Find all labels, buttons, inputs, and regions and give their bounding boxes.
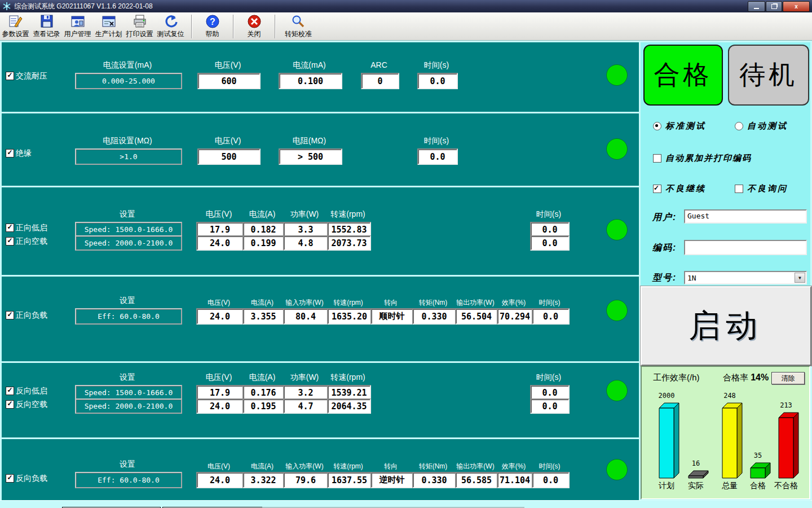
bar-category-3: 总量 (715, 481, 744, 491)
close-red-icon (247, 14, 262, 29)
fwd-r2-current: 0.199 (242, 235, 284, 251)
test-row-reverse-noload: 反向低启 反向空载 设置 Speed: 1500.0-1666.0 Speed:… (2, 363, 639, 437)
toolbar-settings-button[interactable]: 参数设置 (0, 14, 31, 39)
ins-voltage-header: 电压(V) (197, 136, 258, 146)
fwd-set-header: 设置 (75, 209, 180, 220)
fwd-h-time: 时间(s) (530, 209, 567, 220)
close-button[interactable]: x (783, 1, 810, 12)
autoprint-label: 自动累加并打印编码 (665, 153, 752, 164)
rev-load-status-lamp (606, 459, 628, 480)
autoprint-checkbox[interactable] (653, 154, 661, 163)
toolbar-records-button[interactable]: 查看记录 (31, 14, 62, 39)
bad-continue-option[interactable]: 不良继续 (653, 183, 706, 194)
rev-r1-voltage: 17.9 (196, 385, 244, 400)
fl-speed: 1635.20 (327, 308, 372, 325)
rev-h-voltage: 电压(V) (196, 373, 241, 383)
toolbar: 参数设置 查看记录 用户管理 (0, 12, 812, 41)
rl-outpower: 56.585 (455, 472, 498, 488)
rev-load-checkbox[interactable] (6, 474, 14, 483)
test-row-insulation: 绝缘 电阻设置(MΩ) >1.0 电压(V) 500 电阻(MΩ) > 500 … (2, 113, 639, 186)
fwd-noload-status-lamp (606, 219, 628, 240)
rev-noload-label: 反向空载 (16, 400, 47, 410)
ins-checkbox[interactable] (6, 149, 14, 157)
bad-ask-checkbox[interactable] (735, 185, 743, 193)
rev-r2-speed: 2064.35 (327, 398, 371, 414)
rev-set-value-1: Speed: 1500.0-1666.0 (75, 385, 182, 400)
rev-lowstart-checkbox[interactable] (6, 387, 14, 395)
fl-eff: 70.294 (497, 308, 533, 325)
fl-h-direction: 转向 (370, 298, 411, 308)
standard-test-label: 标准测试 (665, 121, 706, 132)
fl-h-eff: 效率(%) (497, 298, 531, 308)
start-button[interactable]: 启动 (641, 286, 811, 366)
rl-inpower: 79.6 (283, 472, 328, 488)
acw-set-header: 电流设置(mA) (75, 60, 180, 71)
fwd-time-1: 0.0 (530, 222, 570, 237)
standard-test-option[interactable]: 标准测试 (653, 121, 706, 132)
bar-chart: 20001624835213 (642, 367, 809, 479)
production-plan-icon (102, 14, 116, 29)
chevron-down-icon[interactable]: ▼ (795, 273, 805, 283)
window-title: 综合测试系统 G202111067 V1.1.6 2022-01-08 (14, 2, 153, 11)
printer-icon (133, 14, 147, 29)
rev-set-header: 设置 (75, 373, 180, 383)
toolbar-torque-calibration-button[interactable]: 转矩校准 (280, 14, 316, 39)
rl-h-speed: 转速(rpm) (327, 462, 369, 471)
autoprint-option[interactable]: 自动累加并打印编码 (653, 153, 752, 164)
fwd-load-status-lamp (606, 300, 628, 321)
rl-h-inpower: 输入功率(W) (283, 462, 326, 471)
model-value: 1N (687, 274, 696, 282)
rl-eff: 71.104 (497, 472, 533, 488)
toolbar-close-app-button[interactable]: 关闭 (239, 14, 270, 39)
ins-time-value: 0.0 (417, 148, 458, 165)
rl-voltage: 24.0 (196, 472, 244, 488)
rev-r2-voltage: 24.0 (196, 398, 244, 414)
fwd-h-current: 电流(A) (242, 209, 282, 220)
rev-r1-power: 3.2 (283, 385, 328, 400)
fl-voltage: 24.0 (196, 308, 244, 325)
reset-undo-icon (164, 14, 178, 29)
application-window: 综合测试系统 G202111067 V1.1.6 2022-01-08 x 参数… (0, 0, 812, 508)
auto-test-radio[interactable] (735, 122, 743, 130)
toolbar-plan-button[interactable]: 生产计划 (93, 14, 124, 39)
bad-continue-checkbox[interactable] (653, 185, 661, 193)
toolbar-help-button[interactable]: ? 帮助 (197, 14, 228, 39)
auto-test-option[interactable]: 自动测试 (735, 121, 788, 132)
fl-torque: 0.330 (412, 308, 456, 325)
fl-h-speed: 转速(rpm) (327, 298, 369, 308)
rl-h-direction: 转向 (370, 462, 411, 471)
test-row-forward-load: 正向负载 设置 Eff: 60.0-80.0 电压(V) 电流(A) 输入功率(… (2, 277, 639, 361)
code-input[interactable] (684, 240, 807, 255)
fwd-noload-checkbox[interactable] (6, 237, 14, 246)
user-input[interactable]: Guest (684, 209, 807, 224)
model-dropdown[interactable]: 1N ▼ (684, 271, 807, 284)
chart-bar-4 (750, 462, 771, 479)
bottom-strip (0, 500, 812, 508)
acw-set-value: 0.000-25.000 (75, 73, 182, 89)
rl-h-torque: 转矩(Nm) (412, 462, 454, 471)
chart-bar-2 (688, 470, 709, 479)
toolbar-print-button[interactable]: 打印设置 (124, 14, 155, 39)
rev-r2-power: 4.7 (283, 398, 328, 414)
toolbar-separator (191, 15, 192, 38)
bad-continue-label: 不良继续 (665, 183, 706, 194)
rl-speed: 1637.55 (327, 472, 372, 488)
bad-ask-option[interactable]: 不良询问 (735, 183, 788, 194)
magnifier-icon (291, 14, 306, 29)
bar-value-5: 213 (771, 401, 801, 409)
fwd-r1-speed: 1552.83 (327, 222, 371, 237)
rev-noload-checkbox[interactable] (6, 400, 14, 409)
test-row-ac-withstand: 交流耐压 电流设置(mA) 0.000-25.000 电压(V) 600 电流(… (2, 42, 639, 112)
fwd-lowstart-checkbox[interactable] (6, 224, 14, 232)
fl-h-time: 时间(s) (532, 298, 567, 308)
restore-button[interactable] (766, 1, 782, 12)
toolbar-users-button[interactable]: 用户管理 (62, 14, 93, 39)
rl-h-outpower: 输出功率(W) (455, 462, 496, 471)
acw-current-header: 电流(mA) (279, 60, 340, 71)
toolbar-reset-button[interactable]: 测试复位 (155, 14, 186, 39)
acw-checkbox[interactable] (6, 72, 14, 80)
right-panel: 合格 待机 标准测试 自动测试 自动累加并打印编码 不良继续 不良询问 用户: … (641, 42, 810, 500)
fwd-load-checkbox[interactable] (6, 311, 14, 319)
minimize-button[interactable] (748, 1, 765, 12)
standard-test-radio[interactable] (653, 122, 661, 130)
